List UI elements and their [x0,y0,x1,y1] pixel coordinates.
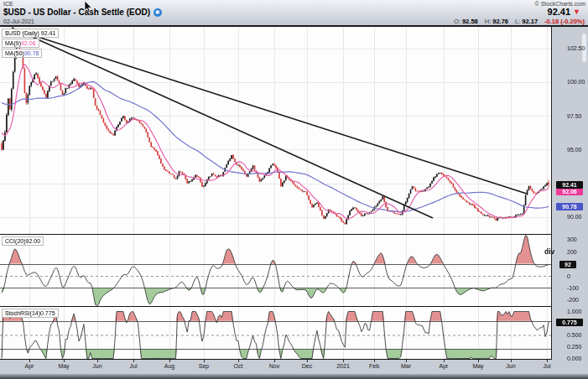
date-axis-tick [97,360,98,362]
exchange-label: ICE [3,1,13,7]
high-value: 92.76 [492,18,508,25]
date-axis-tick [307,360,308,362]
date-axis-tick [204,360,205,362]
date-axis-label: Apr [431,363,456,369]
price-axis-label: 97.50 [567,113,582,119]
date-axis-tick [511,360,512,362]
panel-separator [0,234,552,236]
date-axis-label: Oct [226,363,251,369]
panel-separator [0,306,552,308]
date-axis-tick [238,360,239,362]
stochrsi-legend: StochRSI(14) 0.775 [2,309,59,318]
price-chart-canvas [0,27,552,234]
date-axis-tick [547,360,548,362]
date-axis-label: Jun [498,363,523,369]
high-label: H: [485,18,492,25]
date-axis-tick [478,360,479,362]
stochrsi-axis-label: 1.000 [567,309,582,314]
date-axis: AprMayJunJulAugSepOctNovDec2021FebMarApr… [0,360,588,374]
date-axis-tick [374,360,375,362]
last-price-row: 92.41 ▼ [548,7,580,17]
date-axis-label: Sep [191,363,216,369]
cci-axis-label: 0 [567,273,570,279]
cci-axis-label: 300 [567,236,577,242]
date-axis-tick [133,360,134,362]
copyright: © StockCharts.com [535,1,585,7]
ohlc-quote-row: O:92.58 H:92.76 L:92.17 -0.18 (-0.20%) [454,18,585,25]
legend-symbol: $USD (Daily) 92.41 [2,29,59,38]
date-axis-label: Jun [85,363,110,369]
change-value: -0.18 (-0.20%) [544,18,585,25]
plot-right-border [551,27,552,360]
date-axis-label: 2021 [330,363,356,369]
low-label: L: [515,18,520,25]
price-axis-label: 90.00 [567,214,582,220]
ma50-value: 90.78 [24,50,39,56]
date-axis-tick [274,360,275,362]
cci-value-badge: 92 [559,261,576,268]
date-axis-label: May [466,363,491,369]
ma50-price-badge: 90.78 [556,203,583,210]
price-axis-label: 102.50 [567,45,585,51]
chart-date: 02-Jul-2021 [3,18,34,24]
date-axis-label: Apr [17,363,42,369]
date-axis-label: Dec [294,363,320,369]
down-arrow-icon: ▼ [573,8,580,16]
cci-axis-label: -200 [567,297,579,303]
date-axis-tick [169,360,170,362]
chart-title: $USD - US Dollar - Cash Settle (EOD) [3,8,150,17]
stochrsi-value: 0.775 [40,310,55,316]
ma9-value: 92.06 [21,40,36,46]
open-label: O: [454,18,461,25]
cci-axis-label: 200 [567,249,577,255]
bottom-frame-bar [0,374,588,379]
stockcharts-window: ICE $USD - US Dollar - Cash Settle (EOD)… [0,0,588,379]
cci-panel-canvas [0,235,552,306]
date-axis-label: Mar [393,363,419,369]
stochrsi-axis-label: 0.500 [567,332,582,338]
date-axis-label: Jul [121,363,146,369]
mouse-cursor-icon [84,1,93,13]
open-value: 92.58 [462,18,478,25]
cci-legend: CCI(20) 92.00 [2,236,44,246]
cci-value: 92.00 [26,238,41,244]
date-axis-tick [444,360,445,362]
info-icon[interactable]: ✱ [154,8,162,17]
date-axis-tick [406,360,407,362]
date-axis-tick [343,360,344,362]
cci-axis-label: -100 [567,285,579,291]
price-legend: $USD (Daily) 92.41 MA(9) 92.06 MA(50) 90… [2,29,59,59]
date-axis-label: Nov [262,363,287,369]
stochrsi-axis-label: 0.250 [567,344,582,350]
date-axis-label: Feb [362,363,387,369]
price-axis-label: 95.00 [567,147,582,153]
stochrsi-panel-canvas [0,307,552,359]
ma9-price-badge: 92.06 [556,188,583,195]
stochrsi-value-badge: 0.775 [556,319,583,326]
stochrsi-axis-label: 0.000 [567,356,582,361]
date-axis-tick [64,360,65,362]
price-axis-label: 100.00 [567,79,585,85]
date-axis-label: Jul [534,363,559,369]
date-axis-label: Aug [157,363,182,369]
last-price: 92.41 [548,7,571,17]
last-price-badge: 92.41 [556,181,583,189]
legend-ma9: MA(9) 92.06 [2,39,39,48]
date-axis-tick [29,360,30,362]
legend-ma50: MA(50) 90.78 [2,49,42,58]
low-value: 92.17 [522,18,538,25]
date-axis-label: May [51,363,76,369]
divergence-annotation: div [544,247,554,256]
